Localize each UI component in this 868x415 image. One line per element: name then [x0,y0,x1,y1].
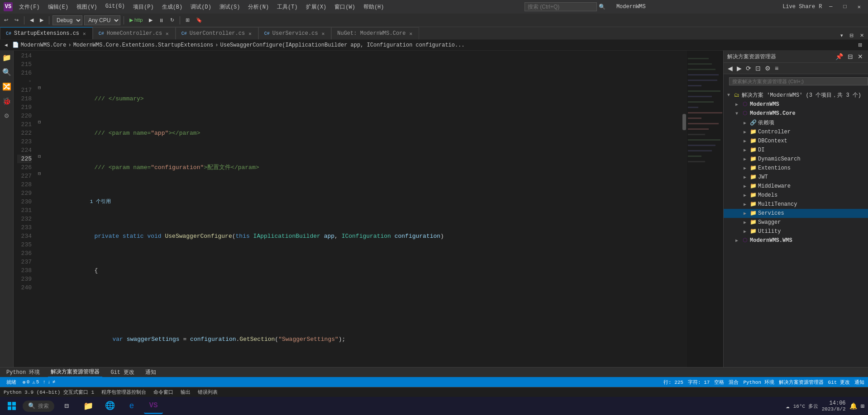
tree-item-swagger[interactable]: ▶ 📁 Swagger [724,218,868,227]
taskbar-search[interactable]: 🔍 搜索 [23,401,54,412]
toolbar-back[interactable]: ◀ [28,16,36,24]
sub-tab-package-manager[interactable]: 程序包管理器控制台 [100,388,148,396]
tree-item-middleware[interactable]: ▶ 📁 Middleware [724,182,868,191]
toolbar-run2[interactable]: ▶ [147,16,155,24]
tree-item-wms[interactable]: ▶ ⬡ ModernWMS.WMS [724,236,868,245]
tab-close-startup[interactable]: ✕ [82,31,87,37]
tree-item-extentions[interactable]: ▶ 📁 Extentions [724,164,868,173]
tab-user-controller[interactable]: C# UserController.cs ✕ [176,27,258,39]
tree-item-core[interactable]: ▼ ⬡ ModernWMS.Core [724,109,868,118]
sub-tab-errorlist[interactable]: 错误列表 [196,388,219,396]
tab-dropdown-button[interactable]: ▾ [838,32,845,39]
status-nav-down[interactable]: ↓ [48,379,51,385]
panel-close-button[interactable]: ✕ [858,32,866,39]
tab-close-userctrl[interactable]: ✕ [248,31,253,37]
activity-source-control[interactable]: 🔀 [2,82,11,91]
scrollbar-thumb[interactable] [682,114,686,130]
tab-startup-extensions[interactable]: C# StartupExtensions.cs ✕ [0,27,93,39]
collapse-222[interactable]: ⊟ [38,119,41,125]
se-view-toggle[interactable]: ≡ [773,64,780,72]
user-icon[interactable]: R [819,4,822,10]
menu-file[interactable]: 文件(F) [15,2,43,12]
cpu-target-dropdown[interactable]: Any CPU [84,15,120,25]
tree-item-services[interactable]: ▶ 📁 Services [724,209,868,218]
sub-tab-python-env[interactable]: Python 3.9 (64-bit) 交互式窗口 1 [2,388,96,396]
bottom-tab-python[interactable]: Python 环境 [4,368,43,377]
close-button[interactable]: ✕ [854,4,864,10]
panel-collapse-btn[interactable]: ⊟ [846,52,854,61]
activity-search[interactable]: 🔍 [2,68,11,77]
tab-user-service[interactable]: C# UserService.cs ✕ [258,27,331,39]
menu-git[interactable]: Git(G) [102,2,129,12]
toolbar-reload[interactable]: ↻ [168,16,176,24]
minimize-button[interactable]: — [825,4,836,10]
se-sync-button[interactable]: ⟳ [744,64,753,72]
panel-pin-button[interactable]: 📌 [834,52,844,61]
status-nav-up[interactable]: ↑ [43,379,46,385]
se-forward-button[interactable]: ▶ [735,64,743,72]
start-button[interactable] [4,398,20,414]
maximize-button[interactable]: □ [840,4,850,10]
toolbar-bookmark[interactable]: 🔖 [194,16,205,24]
tab-nuget[interactable]: NuGet: ModernWMS.Core ✕ [331,27,419,39]
taskbar-notifications-icon[interactable]: 🔔 [849,402,857,410]
taskbar-file-explorer[interactable]: 📁 [79,398,98,414]
tree-item-dbcontext[interactable]: ▶ 📁 DBContext [724,137,868,146]
menu-project[interactable]: 项目(P) [129,2,157,12]
editor-scrollbar[interactable] [682,51,687,367]
status-python-env[interactable]: Python 环境 [743,379,774,386]
status-solution-explorer[interactable]: 解决方案资源管理器 [779,379,824,386]
redo-button[interactable]: ↪ [12,16,21,24]
tab-close-home[interactable]: ✕ [165,31,170,37]
se-search-input[interactable] [729,77,868,85]
status-notifications[interactable]: 通知 [854,379,864,386]
taskbar-vs[interactable]: VS [144,398,163,414]
sub-tab-output[interactable]: 输出 [179,388,192,396]
se-back-button[interactable]: ◀ [726,64,734,72]
sub-tab-cmd[interactable]: 命令窗口 [152,388,175,396]
tab-close-nuget[interactable]: ✕ [409,31,414,37]
panel-collapse-button[interactable]: ⊟ [847,32,856,39]
menu-tools[interactable]: 工具(T) [273,2,301,12]
tree-item-deps[interactable]: ▶ 🔗 依赖项 [724,118,868,127]
breadcrumb-arrow[interactable]: ◀ [4,42,9,48]
se-settings-button[interactable]: ⚙ [763,64,772,72]
taskbar-task-view[interactable]: ⊟ [57,398,76,414]
menu-analyze[interactable]: 分析(N) [244,2,272,12]
bottom-tab-solution-explorer[interactable]: 解决方案资源管理器 [48,367,102,377]
search-input[interactable] [525,2,597,11]
menu-help[interactable]: 帮助(H) [360,2,388,12]
taskbar-chrome[interactable]: 🌐 [100,398,119,414]
toolbar-stop[interactable]: ⏸ [157,17,166,24]
split-editor-button[interactable]: ⊞ [856,41,864,49]
menu-window[interactable]: 窗口(W) [331,2,359,12]
collapse-226[interactable]: ⊟ [38,154,41,159]
menu-view[interactable]: 视图(V) [73,2,101,12]
tree-item-utility[interactable]: ▶ 📁 Utility [724,227,868,236]
menu-test[interactable]: 测试(S) [216,2,244,12]
toolbar-extra[interactable]: ⊞ [183,16,192,24]
run-button[interactable]: ▶ http [127,16,145,24]
activity-debug[interactable]: 🐞 [2,97,11,106]
undo-button[interactable]: ↩ [2,16,10,24]
tab-home-controller[interactable]: C# HomeController.cs ✕ [93,27,176,39]
live-share-button[interactable]: Live Share [782,4,815,10]
status-errors[interactable]: ⊗ 0 ⚠ 5 [21,379,41,385]
taskbar-clock[interactable]: 14:06 2023/8/2 [822,400,846,412]
menu-extensions[interactable]: 扩展(X) [302,2,330,12]
tree-item-solution[interactable]: ▼ 🗂 解决方案 'ModernWMS' (3 个项目，共 3 个) [724,90,868,100]
status-git[interactable]: Git 更改 [828,379,850,386]
tree-item-di[interactable]: ▶ 📁 DI [724,146,868,155]
activity-extensions[interactable]: ⚙ [5,111,9,120]
tree-item-models[interactable]: ▶ 📁 Models [724,191,868,200]
code-content[interactable]: /// </summary> /// <param name="app"></p… [44,51,682,367]
menu-build[interactable]: 生成(B) [158,2,186,12]
tree-item-multitenancy[interactable]: ▶ 📁 MultiTenancy [724,200,868,209]
taskbar-add-desktop[interactable]: ⊞ [861,402,864,410]
activity-explorer[interactable]: 📁 [2,53,11,62]
bottom-tab-git[interactable]: Git 更改 [108,368,137,377]
status-diff[interactable]: ≠ [52,379,56,385]
tab-close-usersvc[interactable]: ✕ [321,31,326,37]
se-filter-button[interactable]: ⊡ [754,64,762,72]
menu-debug[interactable]: 调试(D) [187,2,215,12]
